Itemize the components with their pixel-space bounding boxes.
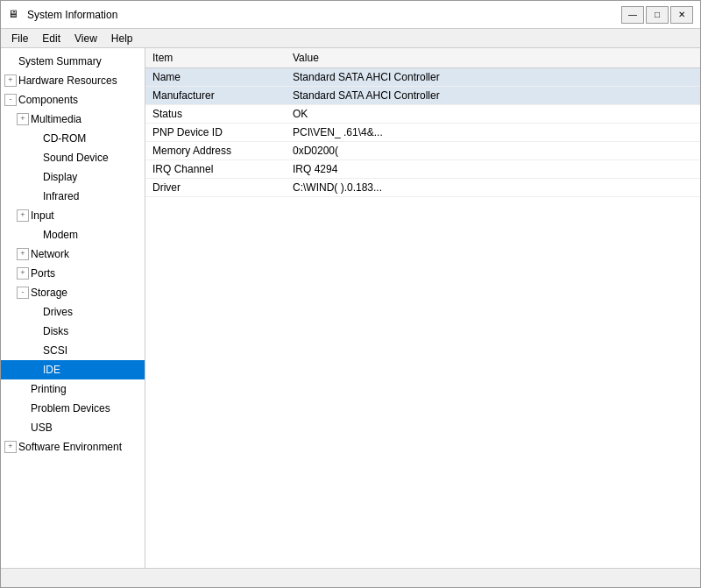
detail-item-0: Name: [145, 68, 286, 87]
sidebar-item-disks[interactable]: Disks: [1, 322, 145, 341]
sidebar-item-input[interactable]: +Input: [1, 206, 145, 225]
sidebar-item-ports[interactable]: +Ports: [1, 264, 145, 283]
sidebar-label-ide: IDE: [43, 362, 60, 378]
col-header-item: Item: [145, 48, 286, 68]
expander-multimedia[interactable]: +: [17, 113, 29, 125]
sidebar-label-printing: Printing: [31, 381, 67, 397]
sidebar-item-hardware-resources[interactable]: +Hardware Resources: [1, 71, 145, 90]
sidebar-label-modem: Modem: [43, 227, 78, 243]
minimize-button[interactable]: —: [621, 6, 644, 24]
sidebar-label-multimedia: Multimedia: [31, 111, 81, 127]
detail-value-5: IRQ 4294: [286, 160, 700, 179]
sidebar-item-drives[interactable]: Drives: [1, 302, 145, 322]
sidebar-label-input: Input: [31, 208, 54, 223]
expander-hardware-resources[interactable]: +: [4, 74, 17, 87]
sidebar-item-modem[interactable]: Modem: [1, 225, 145, 244]
table-row: IRQ ChannelIRQ 4294: [145, 160, 700, 179]
sidebar-item-software-environment[interactable]: +Software Environment: [1, 437, 145, 457]
detail-item-6: Driver: [145, 179, 286, 197]
menu-item-edit[interactable]: Edit: [35, 31, 67, 46]
sidebar-item-ide[interactable]: IDE: [1, 360, 145, 379]
sidebar-item-components[interactable]: -Components: [1, 90, 145, 110]
table-row: DriverC:\WIND( ).0.183...: [145, 179, 700, 197]
app-icon: 🖥: [8, 8, 22, 22]
detail-item-4: Memory Address: [145, 142, 286, 160]
detail-item-3: PNP Device ID: [145, 124, 286, 142]
table-row: Memory Address0xD0200(: [145, 142, 700, 160]
window-controls: — □ ✕: [621, 6, 693, 24]
title-bar: 🖥 System Information — □ ✕: [1, 1, 700, 29]
table-row: ManufacturerStandard SATA AHCI Controlle…: [145, 87, 700, 105]
sidebar-label-problem-devices: Problem Devices: [31, 400, 110, 416]
main-content: System Summary+Hardware Resources-Compon…: [1, 48, 700, 568]
menu-item-help[interactable]: Help: [104, 31, 140, 46]
sidebar-label-hardware-resources: Hardware Resources: [18, 73, 117, 89]
sidebar-item-display[interactable]: Display: [1, 167, 145, 187]
maximize-button[interactable]: □: [646, 6, 669, 24]
sidebar-item-infrared[interactable]: Infrared: [1, 187, 145, 206]
menu-item-file[interactable]: File: [4, 31, 35, 46]
expander-software-environment[interactable]: +: [4, 441, 17, 453]
sidebar-item-problem-devices[interactable]: Problem Devices: [1, 399, 145, 418]
sidebar-label-drives: Drives: [43, 304, 73, 320]
sidebar-item-cd-rom[interactable]: CD-ROM: [1, 129, 145, 148]
detail-value-2: OK: [286, 105, 700, 124]
sidebar-label-display: Display: [43, 169, 77, 185]
menu-bar: FileEditViewHelp: [1, 29, 700, 48]
menu-item-view[interactable]: View: [67, 31, 104, 46]
sidebar-label-ports: Ports: [31, 266, 55, 281]
detail-value-1: Standard SATA AHCI Controller: [286, 87, 700, 105]
expander-input[interactable]: +: [17, 209, 29, 222]
detail-item-1: Manufacturer: [145, 87, 286, 105]
sidebar-item-sound-device[interactable]: Sound Device: [1, 148, 145, 167]
sidebar-label-infrared: Infrared: [43, 188, 79, 204]
sidebar-label-scsi: SCSI: [43, 343, 67, 358]
sidebar-item-usb[interactable]: USB: [1, 418, 145, 437]
sidebar-item-network[interactable]: +Network: [1, 244, 145, 264]
expander-storage[interactable]: -: [17, 287, 29, 299]
sidebar-label-storage: Storage: [31, 285, 67, 301]
sidebar-label-network: Network: [31, 246, 69, 262]
table-row: NameStandard SATA AHCI Controller: [145, 68, 700, 87]
table-row: PNP Device IDPCI\VEN_ .61\4&...: [145, 124, 700, 142]
sidebar-label-components: Components: [18, 92, 78, 108]
sidebar-label-usb: USB: [31, 420, 53, 436]
expander-ports[interactable]: +: [17, 267, 29, 280]
sidebar-item-multimedia[interactable]: +Multimedia: [1, 110, 145, 129]
sidebar-item-system-summary[interactable]: System Summary: [1, 52, 145, 71]
status-bar: [1, 568, 700, 587]
sidebar-item-scsi[interactable]: SCSI: [1, 341, 145, 360]
expander-components[interactable]: -: [4, 94, 17, 106]
detail-value-3: PCI\VEN_ .61\4&...: [286, 124, 700, 142]
sidebar-label-cd-rom: CD-ROM: [43, 131, 86, 146]
col-header-value: Value: [286, 48, 700, 68]
detail-value-0: Standard SATA AHCI Controller: [286, 68, 700, 87]
sidebar-label-disks: Disks: [43, 323, 68, 339]
system-information-window: 🖥 System Information — □ ✕ FileEditViewH…: [0, 0, 701, 588]
sidebar-item-printing[interactable]: Printing: [1, 379, 145, 399]
sidebar-tree[interactable]: System Summary+Hardware Resources-Compon…: [1, 48, 145, 568]
sidebar-label-software-environment: Software Environment: [18, 439, 122, 455]
sidebar-item-storage[interactable]: -Storage: [1, 283, 145, 302]
detail-panel: Item Value NameStandard SATA AHCI Contro…: [145, 48, 700, 568]
table-row: StatusOK: [145, 105, 700, 124]
close-button[interactable]: ✕: [670, 6, 693, 24]
detail-item-2: Status: [145, 105, 286, 124]
detail-value-4: 0xD0200(: [286, 142, 700, 160]
expander-network[interactable]: +: [17, 248, 29, 260]
detail-table: Item Value NameStandard SATA AHCI Contro…: [145, 48, 700, 197]
detail-item-5: IRQ Channel: [145, 160, 286, 179]
detail-value-6: C:\WIND( ).0.183...: [286, 179, 700, 197]
window-title: System Information: [27, 9, 616, 21]
sidebar-label-sound-device: Sound Device: [43, 150, 109, 166]
sidebar-label-system-summary: System Summary: [18, 53, 102, 69]
